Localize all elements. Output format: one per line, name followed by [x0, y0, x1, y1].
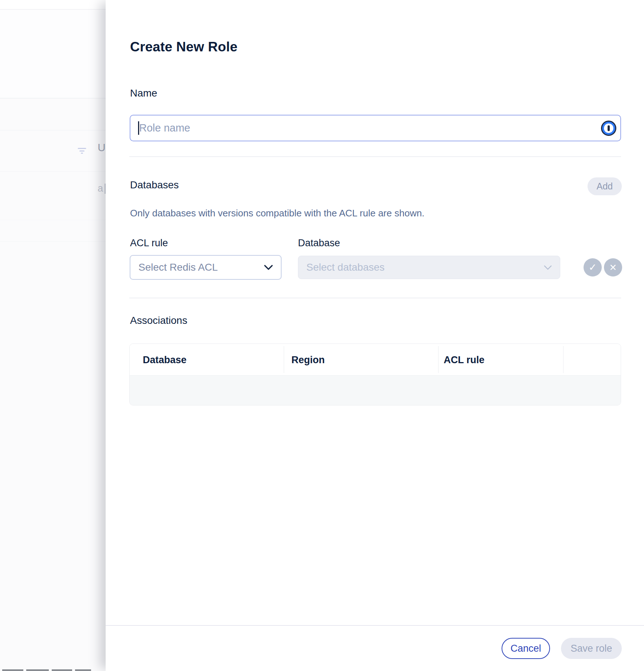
column-header-region: Region	[291, 354, 325, 366]
chevron-down-icon	[264, 265, 273, 270]
associations-section-title: Associations	[130, 315, 187, 326]
confirm-association-button[interactable]: ✓	[584, 258, 602, 276]
remove-association-button[interactable]: ✕	[604, 258, 622, 276]
save-role-button[interactable]: Save role	[561, 638, 622, 659]
background-row-divider	[0, 171, 106, 172]
cancel-button[interactable]: Cancel	[502, 638, 550, 659]
database-select[interactable]: Select databases	[298, 256, 560, 279]
text-caret	[138, 121, 139, 135]
column-header-acl-rule: ACL rule	[444, 354, 484, 366]
associations-empty-row	[130, 375, 621, 405]
clipped-page-content	[26, 670, 49, 671]
background-users-heading: U	[98, 142, 106, 153]
clipped-page-content	[2, 670, 23, 671]
clipped-page-content	[75, 670, 91, 671]
background-page: U a	[0, 0, 106, 671]
acl-rule-select-value: Select Redis ACL	[138, 262, 218, 273]
drawer-title: Create New Role	[130, 39, 237, 55]
column-header-database: Database	[143, 354, 186, 366]
background-topbar	[0, 0, 106, 9]
role-name-input[interactable]	[130, 115, 621, 141]
column-separator	[438, 346, 439, 373]
background-search-text: a	[98, 184, 103, 193]
clipped-page-content	[52, 670, 72, 671]
database-label: Database	[298, 238, 340, 249]
chevron-down-icon	[544, 265, 552, 270]
create-role-drawer: Create New Role Name Databases Add Only …	[106, 0, 644, 671]
background-row-divider	[0, 130, 106, 130]
onepassword-icon[interactable]	[601, 121, 616, 136]
background-header-band	[0, 10, 106, 98]
column-separator	[284, 346, 284, 373]
check-icon: ✓	[589, 262, 597, 273]
background-row-divider	[0, 242, 106, 242]
name-label: Name	[130, 87, 157, 99]
onepassword-icon-keyhole	[608, 125, 610, 131]
database-select-value: Select databases	[306, 262, 385, 273]
section-divider	[129, 156, 621, 157]
column-separator	[563, 346, 564, 373]
add-database-button[interactable]: Add	[588, 177, 622, 195]
footer-divider	[106, 625, 644, 626]
associations-table: Database Region ACL rule	[129, 344, 621, 405]
background-row-divider	[0, 220, 106, 220]
close-icon: ✕	[609, 262, 617, 272]
filter-icon	[78, 148, 86, 154]
section-divider	[129, 298, 621, 298]
acl-rule-label: ACL rule	[130, 238, 168, 249]
acl-rule-select[interactable]: Select Redis ACL	[130, 255, 282, 280]
databases-section-title: Databases	[130, 179, 179, 191]
databases-note: Only databases with versions compatible …	[130, 208, 424, 219]
associations-table-header: Database Region ACL rule	[130, 344, 621, 375]
